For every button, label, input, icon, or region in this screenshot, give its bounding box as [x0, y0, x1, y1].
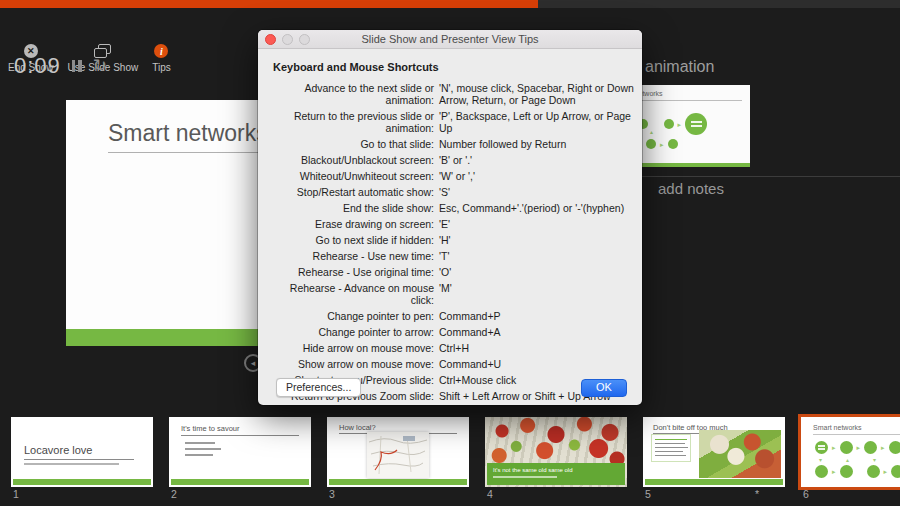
shortcut-label: Stop/Restart automatic show: — [270, 186, 434, 198]
shortcut-row: End the slide show:Esc, Command+'.'(peri… — [270, 202, 639, 214]
title-underline — [181, 435, 299, 436]
timer: 0:09 ↻ — [14, 53, 107, 79]
tips-dialog: Slide Show and Presenter View Tips Keybo… — [258, 30, 642, 405]
traffic-lights — [265, 34, 310, 45]
shortcut-label: Go to next slide if hidden: — [270, 234, 434, 246]
shortcut-value: Command+A — [439, 326, 639, 338]
slide-accent-bar — [171, 479, 309, 485]
shortcut-value: Number followed by Return — [439, 138, 639, 150]
tips-button[interactable]: i Tips — [152, 44, 171, 73]
title-underline — [24, 459, 134, 460]
zoom-button[interactable] — [299, 34, 310, 45]
shortcut-row: Return to the previous slide or animatio… — [270, 110, 639, 134]
shortcut-label: Blackout/Unblackout screen: — [270, 154, 434, 166]
preferences-button[interactable]: Preferences... — [276, 378, 361, 397]
slide-thumbnail-4[interactable]: It's not the same old same old — [485, 417, 627, 487]
shortcut-label: Return to the previous slide or animatio… — [270, 110, 434, 134]
slide-number: 6 — [803, 488, 809, 500]
shortcut-row: Advance to the next slide or animation:'… — [270, 82, 639, 106]
thumb-title: It's time to savour — [181, 424, 240, 433]
shortcut-label: Change pointer to pen: — [270, 310, 434, 322]
slide-thumbnail-2[interactable]: It's time to savour — [169, 417, 311, 487]
pause-icon[interactable] — [72, 60, 82, 72]
caption-line — [24, 463, 119, 465]
shortcut-value: 'O' — [439, 266, 639, 278]
band-subtitle-line — [493, 476, 557, 478]
slide-thumbnail-3[interactable]: How local? — [327, 417, 469, 487]
ok-button[interactable]: OK — [581, 379, 627, 397]
slide-accent-bar — [645, 479, 783, 485]
shortcut-value: Ctrl+H — [439, 342, 639, 354]
shortcut-label: End the slide show: — [270, 202, 434, 214]
shortcut-row: Change pointer to pen:Command+P — [270, 310, 639, 322]
thumb-title: Smart networks — [813, 424, 862, 431]
shortcut-label: Rehearse - Use new time: — [270, 250, 434, 262]
shortcut-value: 'W' or ',' — [439, 170, 639, 182]
caption-band: It's not the same old same old — [487, 463, 625, 485]
shortcut-value: 'M' — [439, 282, 639, 306]
diagram-connectors: ▾▴▾▴ — [819, 457, 900, 463]
slide-number: 3 — [329, 488, 335, 500]
slide-number: 1 — [13, 488, 19, 500]
bullet-line — [185, 454, 213, 456]
shortcut-row: Change pointer to arrow:Command+A — [270, 326, 639, 338]
slide-thumbnail-6-selected[interactable]: Smart networks ▸ ▸ ▸ ▾▴▾▴ ▸ ▸ — [798, 414, 900, 490]
notes-divider — [600, 176, 900, 177]
restart-timer-icon[interactable]: ↻ — [93, 59, 107, 73]
shortcut-label: Rehearse - Use original time: — [270, 266, 434, 278]
top-accent-strip — [0, 0, 538, 8]
sandwich-photo — [699, 430, 781, 478]
dialog-titlebar[interactable]: Slide Show and Presenter View Tips — [258, 30, 642, 49]
timer-value: 0:09 — [14, 53, 61, 79]
shortcut-row: Rehearse - Advance on mouse click:'M' — [270, 282, 639, 306]
shortcut-label: Advance to the next slide or animation: — [270, 82, 434, 106]
notes-hint[interactable]: add notes — [658, 180, 724, 197]
slide-accent-bar — [13, 479, 151, 485]
shortcut-list: Advance to the next slide or animation:'… — [270, 82, 639, 402]
dialog-buttons: Preferences... OK — [258, 378, 642, 397]
shortcut-row: Stop/Restart automatic show:'S' — [270, 186, 639, 198]
shortcut-label: Show arrow on mouse move: — [270, 358, 434, 370]
shortcut-value: Esc, Command+'.'(period) or '-'(hyphen) — [439, 202, 639, 214]
shortcut-value: Command+U — [439, 358, 639, 370]
presenter-view: ✕ End Show Use Slide Show i Tips 0:09 ↻ … — [0, 0, 900, 506]
top-strip-right — [538, 0, 900, 8]
shortcut-label: Hide arrow on mouse move: — [270, 342, 434, 354]
diagram-big-node — [685, 113, 707, 135]
thumb-title: How local? — [339, 423, 376, 432]
dialog-title: Slide Show and Presenter View Tips — [361, 33, 538, 45]
close-button[interactable] — [265, 34, 276, 45]
shortcut-row: Rehearse - Use original time:'O' — [270, 266, 639, 278]
shortcut-row: Show arrow on mouse move:Command+U — [270, 358, 639, 370]
slide-title: Smart networks — [108, 120, 268, 147]
shortcut-value: 'S' — [439, 186, 639, 198]
thumb-title: Locavore love — [24, 444, 93, 456]
minimize-button[interactable] — [282, 34, 293, 45]
next-slide-caption: animation — [645, 58, 714, 76]
shortcut-label: Go to that slide: — [270, 138, 434, 150]
slide-accent-bar — [329, 479, 467, 485]
slide-thumbnail-1[interactable]: Locavore love — [11, 417, 153, 487]
shortcut-value: 'P', Backspace, Left or Up Arrow, or Pag… — [439, 110, 639, 134]
slide-thumbnail-5[interactable]: Don't bite off too much — [643, 417, 785, 487]
diagram-row: ▸ ▸ ▸ — [815, 441, 900, 454]
tips-label: Tips — [152, 62, 171, 73]
map-image — [367, 432, 429, 478]
slide-number: 4 — [487, 488, 493, 500]
shortcut-row: Blackout/Unblackout screen:'B' or '.' — [270, 154, 639, 166]
shortcut-row: Go to next slide if hidden:'H' — [270, 234, 639, 246]
shortcuts-heading: Keyboard and Mouse Shortcuts — [273, 61, 639, 73]
shortcut-row: Whiteout/Unwhiteout screen:'W' or ',' — [270, 170, 639, 182]
shortcut-label: Change pointer to arrow: — [270, 326, 434, 338]
diagram-row: ▸ ▸ — [815, 465, 900, 478]
bullet-line — [185, 442, 215, 444]
shortcut-label: Whiteout/Unwhiteout screen: — [270, 170, 434, 182]
shortcut-row: Go to that slide:Number followed by Retu… — [270, 138, 639, 150]
shortcut-value: 'N', mouse click, Spacebar, Right or Dow… — [439, 82, 639, 106]
shortcut-row: Hide arrow on mouse move:Ctrl+H — [270, 342, 639, 354]
diagram-node — [815, 441, 828, 454]
shortcut-value: 'H' — [439, 234, 639, 246]
slide-number: 5 — [645, 488, 651, 500]
shortcut-value: Command+P — [439, 310, 639, 322]
slide-number: 2 — [171, 488, 177, 500]
